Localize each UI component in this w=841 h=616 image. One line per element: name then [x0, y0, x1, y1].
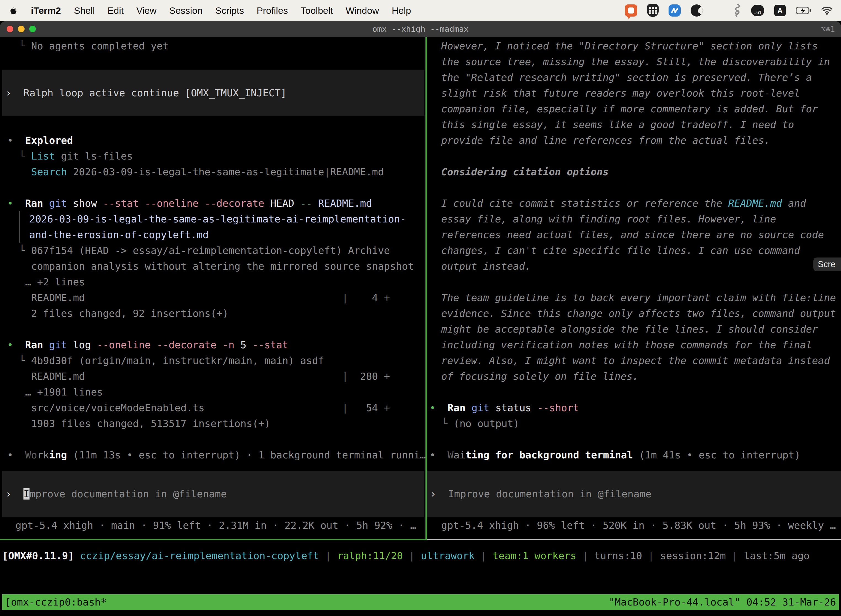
working-status-line: • Working (11m 13s • esc to interrupt) ·…	[7, 447, 425, 463]
ralph-loop-banner-text: › Ralph loop active continue [OMX_TMUX_I…	[6, 85, 287, 101]
tmux-session-label: [omx-cczip0:bash*	[5, 594, 107, 610]
left-model-status-line: gpt-5.4 xhigh · main · 91% left · 2.31M …	[7, 518, 425, 533]
pane-bottom-border-active	[0, 539, 427, 540]
thinking-paragraph-2-rest: essay file, along with finding root file…	[429, 211, 841, 274]
zoom-button[interactable]	[29, 26, 36, 32]
thinking-paragraph-1: However, I noticed the "Directory Struct…	[429, 38, 841, 148]
ran-git-log-command: • Ran git log --oneline --decorate -n 5 …	[7, 337, 425, 353]
close-button[interactable]	[7, 26, 13, 32]
explored-list-line: └ List git ls-files	[7, 148, 425, 164]
tmux-host-clock-label: "MacBook-Pro-44.local" 04:52 31-Mar-26	[609, 594, 836, 610]
window-shortcut-badge: ⌥⌘1	[821, 25, 835, 34]
menu-status-icons: ..61 A	[625, 4, 841, 17]
thinking-paragraph-2-line-1: I could cite commit statistics or refere…	[429, 195, 841, 211]
no-output-line: └ (no output)	[429, 416, 841, 431]
traffic-lights	[0, 26, 36, 32]
left-prompt-input[interactable]: › Improve documentation in @filename	[2, 471, 424, 517]
cloud-61-icon[interactable]: ..61	[751, 5, 764, 16]
omx-status-line: [OMX#0.11.9] cczip/essay/ai-reimplementa…	[0, 548, 841, 563]
explored-search-line: Search 2026-03-09-is-legal-the-same-as-l…	[7, 164, 425, 180]
terminal-area: └ No agents completed yet › Ralph loop a…	[0, 37, 841, 616]
menu-bar: iTerm2 ShellEditViewSessionScriptsProfil…	[0, 0, 841, 21]
ralph-loop-banner: › Ralph loop active continue [OMX_TMUX_I…	[2, 70, 424, 116]
left-prompt-input-text: › Improve documentation in @filename	[6, 486, 227, 502]
squiggle-icon[interactable]	[733, 4, 741, 17]
screen-edge-tooltip-label: Scre	[818, 260, 835, 269]
a-square-icon[interactable]: A	[774, 5, 786, 16]
iterm2-window: omx --xhigh --madmax ⌥⌘1 └ No agents com…	[0, 21, 841, 616]
right-prompt-input[interactable]: › Improve documentation in @filename	[427, 471, 841, 517]
window-title: omx --xhigh --madmax	[0, 24, 841, 34]
right-prompt-input-text: › Improve documentation in @filename	[430, 486, 652, 502]
dots-grid-icon[interactable]	[713, 5, 724, 16]
ran-git-show-command: • Ran git show --stat --oneline --decora…	[7, 195, 425, 211]
ran-git-log-output: └ 4b9d30f (origin/main, instructkr/main,…	[7, 353, 425, 431]
menu-app-name[interactable]: iTerm2	[24, 5, 67, 16]
pane-bottom-border-inactive	[427, 539, 841, 540]
tmux-status-bar: [omx-cczip0:bash* "MacBook-Pro-44.local"…	[2, 594, 839, 610]
ran-git-show-output: └ 067f154 (HEAD -> essay/ai-reimplementa…	[7, 243, 425, 321]
explored-header: • Explored	[7, 132, 425, 148]
blue-badge-icon[interactable]	[668, 4, 681, 16]
right-model-status-line: gpt-5.4 xhigh · 96% left · 520K in · 5.8…	[429, 518, 841, 533]
minimize-button[interactable]	[18, 26, 25, 32]
window-title-bar[interactable]: omx --xhigh --madmax ⌥⌘1	[0, 21, 841, 37]
right-pane[interactable]: However, I noticed the "Directory Struct…	[427, 37, 841, 539]
thinking-paragraph-3: The team guideline is to back every impo…	[429, 290, 841, 384]
waiting-status-line: • Waiting for background terminal (1m 41…	[429, 447, 841, 463]
dark-crescent-icon[interactable]	[691, 4, 703, 16]
shield-grid-icon[interactable]	[647, 4, 659, 17]
battery-icon[interactable]	[796, 7, 811, 14]
apple-menu-icon[interactable]	[0, 6, 24, 15]
menu-items[interactable]: ShellEditViewSessionScriptsProfilesToolb…	[67, 5, 418, 16]
thinking-heading: Considering citation options	[429, 164, 841, 180]
agents-note-line: └ No agents completed yet	[7, 38, 425, 54]
wifi-icon[interactable]	[821, 6, 833, 15]
ran-git-show-wrapped-args: 2026-03-09-is-legal-the-same-as-legitima…	[19, 211, 425, 243]
tmux-panes: └ No agents completed yet › Ralph loop a…	[0, 37, 841, 539]
chat-icon[interactable]	[625, 4, 637, 16]
screen-edge-tooltip[interactable]: Scre	[813, 258, 841, 271]
left-pane[interactable]: └ No agents completed yet › Ralph loop a…	[0, 37, 425, 539]
pane-bottom-border	[0, 539, 841, 540]
ran-git-status-command: • Ran git status --short	[429, 400, 841, 416]
